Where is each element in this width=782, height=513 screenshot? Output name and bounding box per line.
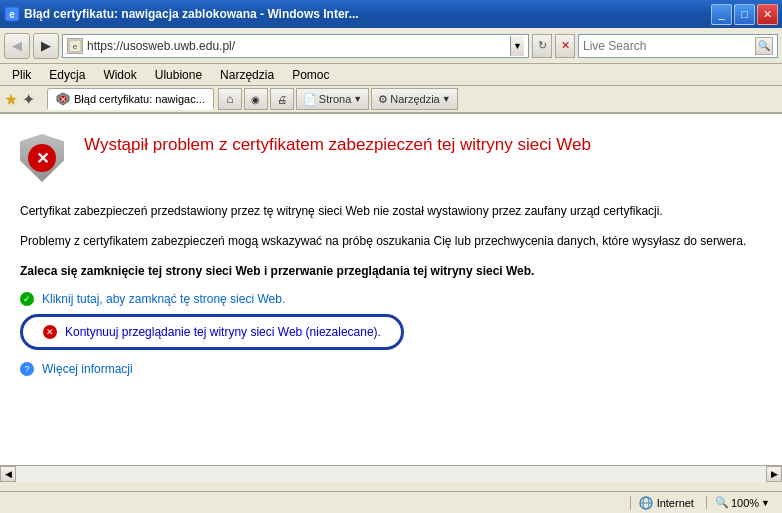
scroll-right-button[interactable]: ▶ [766,466,782,482]
window-controls[interactable]: _ □ ✕ [711,4,778,25]
add-favorites-icon[interactable]: ✦ [22,90,35,109]
maximize-button[interactable]: □ [734,4,755,25]
close-page-link[interactable]: Kliknij tutaj, aby zamknąć tę stronę sie… [42,292,285,306]
cert-link3-row[interactable]: ? Więcej informacji [20,362,752,376]
scroll-track[interactable] [16,466,766,482]
home-button[interactable]: ⌂ [218,88,242,110]
zone-label: Internet [657,497,694,509]
menu-pomoc[interactable]: Pomoc [284,66,337,84]
cert-link2-circled: ✕ Kontynuuj przeglądanie tej witryny sie… [20,314,752,350]
minimize-button[interactable]: _ [711,4,732,25]
search-button[interactable]: 🔍 [755,37,773,55]
refresh-button[interactable]: ↻ [532,34,552,58]
cert-para1: Certyfikat zabezpieczeń przedstawiony pr… [20,202,752,220]
svg-text:e: e [73,42,78,51]
menu-narzedzia[interactable]: Narzędzia [212,66,282,84]
back-button[interactable]: ◀ [4,33,30,59]
close-button[interactable]: ✕ [757,4,778,25]
address-dropdown[interactable]: ▼ [510,36,524,56]
cert-body: Certyfikat zabezpieczeń przedstawiony pr… [20,202,752,280]
title-bar: e Błąd certyfikatu: nawigacja zablokowan… [0,0,782,28]
zoom-dropdown-icon: ▼ [761,498,770,508]
green-check-icon: ✓ [20,292,34,306]
search-input[interactable] [583,39,753,53]
page-menu-button[interactable]: 📄 Strona ▼ [296,88,369,110]
forward-button[interactable]: ▶ [33,33,59,59]
status-zoom[interactable]: 🔍 100% ▼ [706,496,778,509]
svg-text:✕: ✕ [60,96,66,103]
address-bar[interactable]: e https://usosweb.uwb.edu.pl/ ▼ [62,34,529,58]
cert-error-page: ✕ Wystąpił problem z certyfikatem zabezp… [0,114,782,404]
cert-error-title: Wystąpił problem z certyfikatem zabezpie… [84,134,591,156]
search-box: 🔍 [578,34,778,58]
menu-widok[interactable]: Widok [95,66,144,84]
tools-menu-button[interactable]: ⚙ Narzędzia ▼ [371,88,457,110]
tools-dropdown-icon: ▼ [442,94,451,104]
more-info-link[interactable]: Więcej informacji [42,362,133,376]
menu-plik[interactable]: Plik [4,66,39,84]
cert-para2: Problemy z certyfikatem zabezpieczeń mog… [20,232,752,250]
status-zone: Internet [630,496,702,510]
tools-icon: ⚙ [378,93,388,106]
address-favicon: e [67,38,83,54]
page-icon: 📄 [303,93,317,106]
title-bar-icon: e [4,6,20,22]
stop-button[interactable]: ✕ [555,34,575,58]
cert-para3: Zaleca się zamknięcie tej strony sieci W… [20,262,752,280]
tab-label: Błąd certyfikatu: nawigac... [74,93,205,105]
menu-bar: Plik Edycja Widok Ulubione Narzędzia Pom… [0,64,782,86]
status-bar: Internet 🔍 100% ▼ [0,491,782,513]
scroll-left-button[interactable]: ◀ [0,466,16,482]
zoom-level: 100% [731,497,759,509]
favorites-toolbar: ★ ✦ ✕ Błąd certyfikatu: nawigac... ⌂ ◉ 🖨… [0,86,782,114]
menu-ulubione[interactable]: Ulubione [147,66,210,84]
cert-link1-row[interactable]: ✓ Kliknij tutaj, aby zamknąć tę stronę s… [20,292,752,306]
continue-circle[interactable]: ✕ Kontynuuj przeglądanie tej witryny sie… [20,314,404,350]
rss-button[interactable]: ◉ [244,88,268,110]
content-area: ✕ Wystąpił problem z certyfikatem zabezp… [0,114,782,465]
cert-warning-icon: ✕ [20,134,68,186]
red-x-icon: ✕ [43,325,57,339]
continue-link[interactable]: Kontynuuj przeglądanie tej witryny sieci… [65,325,381,339]
cert-title-row: ✕ Wystąpił problem z certyfikatem zabezp… [20,134,752,186]
print-button[interactable]: 🖨 [270,88,294,110]
svg-text:e: e [9,9,15,20]
page-toolbar: ⌂ ◉ 🖨 📄 Strona ▼ ⚙ Narzędzia ▼ [218,88,458,110]
horizontal-scrollbar: ◀ ▶ [0,465,782,481]
blue-q-icon: ? [20,362,34,376]
tab-cert-error[interactable]: ✕ Błąd certyfikatu: nawigac... [47,88,214,110]
zoom-icon: 🔍 [715,496,729,509]
window-title: Błąd certyfikatu: nawigacja zablokowana … [24,7,711,21]
tools-label: Narzędzia [390,93,440,105]
internet-icon [639,496,653,510]
favorites-star-icon[interactable]: ★ [4,90,18,109]
address-text: https://usosweb.uwb.edu.pl/ [87,39,506,53]
menu-edycja[interactable]: Edycja [41,66,93,84]
tab-favicon: ✕ [56,92,70,106]
page-label: Strona [319,93,351,105]
navigation-bar: ◀ ▶ e https://usosweb.uwb.edu.pl/ ▼ ↻ ✕ … [0,28,782,64]
page-dropdown-icon: ▼ [353,94,362,104]
